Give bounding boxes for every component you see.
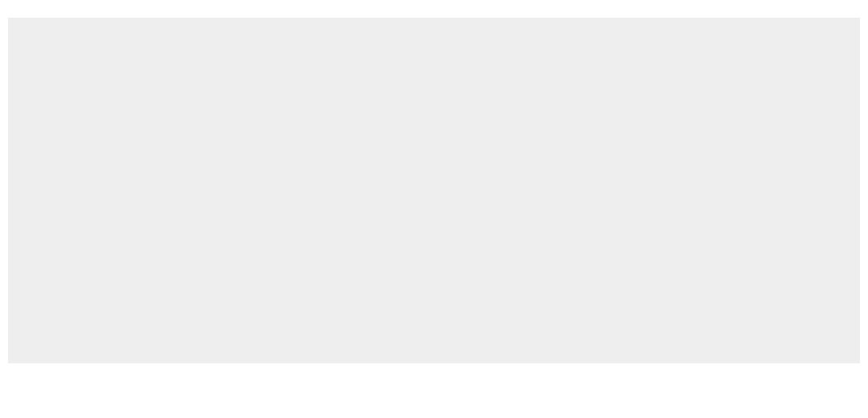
chart-title <box>0 0 868 13</box>
treemap-container <box>8 18 860 363</box>
